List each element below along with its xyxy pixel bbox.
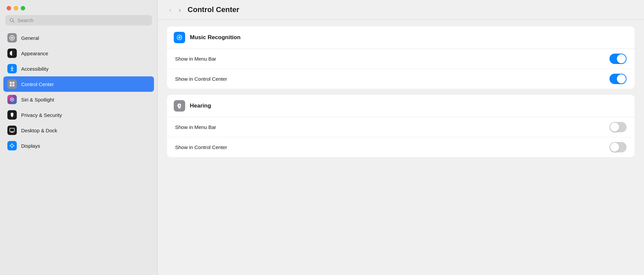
hearing-control-center-label: Show in Control Center [175,144,227,150]
svg-line-13 [12,70,13,71]
content-scroll: Music Recognition Show in Menu Bar Show … [158,20,644,275]
music-menu-bar-toggle[interactable] [609,54,627,64]
toggle-knob [610,143,619,152]
topbar: ‹ › Control Center [158,0,644,20]
sidebar-item-label-displays: Displays [21,143,40,149]
sidebar-item-label-desktop: Desktop & Dock [21,128,57,133]
main-content: ‹ › Control Center Music Recognition Sho… [158,0,644,275]
svg-rect-16 [10,84,12,86]
sidebar-item-label-accessibility: Accessibility [21,66,49,72]
music-control-center-label: Show in Control Center [175,76,227,82]
general-icon [7,33,17,43]
appearance-icon [7,49,17,58]
music-recognition-section: Music Recognition Show in Menu Bar Show … [167,26,635,89]
desktop-icon [7,126,17,135]
svg-point-9 [12,66,13,67]
search-icon [9,18,15,23]
section-header-music: Music Recognition [167,26,635,49]
search-bar[interactable]: Search [5,15,152,25]
svg-rect-14 [10,82,12,84]
sidebar-item-general[interactable]: General [3,30,154,46]
displays-icon [7,141,17,150]
svg-point-3 [11,37,13,39]
forward-button[interactable]: › [177,6,183,14]
sidebar-item-accessibility[interactable]: Accessibility [3,61,154,76]
music-recognition-icon [174,32,185,43]
svg-rect-15 [12,82,14,84]
svg-rect-17 [12,84,14,86]
sidebar-item-label-siri: Siri & Spotlight [21,97,54,102]
svg-point-30 [178,37,180,39]
sidebar-item-label-control-center: Control Center [21,81,54,87]
hearing-icon [174,100,185,112]
titlebar [0,0,157,15]
control-center-icon [7,79,17,89]
accessibility-icon [7,64,17,73]
search-placeholder: Search [17,17,34,23]
sidebar-item-label-privacy: Privacy & Security [21,112,62,118]
music-control-center-row: Show in Control Center [167,69,635,89]
maximize-button[interactable] [21,6,25,10]
sidebar-item-siri[interactable]: Siri & Spotlight [3,92,154,107]
music-menu-bar-label: Show in Menu Bar [175,56,216,62]
hearing-title: Hearing [190,102,211,109]
hearing-control-center-toggle[interactable] [609,142,627,152]
hearing-menu-bar-label: Show in Menu Bar [175,124,216,130]
hearing-menu-bar-toggle[interactable] [609,122,627,132]
sidebar-item-appearance[interactable]: Appearance [3,46,154,61]
svg-line-1 [13,21,14,22]
traffic-lights [7,6,25,10]
sidebar-item-control-center[interactable]: Control Center [3,76,154,92]
back-button[interactable]: ‹ [167,6,173,14]
sidebar-item-privacy[interactable]: Privacy & Security [3,107,154,123]
sidebar-item-displays[interactable]: Displays [3,138,154,153]
music-control-center-toggle[interactable] [609,74,627,84]
hearing-menu-bar-row: Show in Menu Bar [167,117,635,137]
sidebar-item-desktop[interactable]: Desktop & Dock [3,123,154,138]
music-recognition-title: Music Recognition [190,34,240,41]
sidebar-item-label-appearance: Appearance [21,51,48,56]
hearing-section: Hearing Show in Menu Bar Show in Control… [167,95,635,157]
hearing-control-center-row: Show in Control Center [167,137,635,157]
minimize-button[interactable] [14,6,18,10]
close-button[interactable] [7,6,11,10]
svg-point-31 [179,105,180,106]
siri-icon [7,95,17,104]
sidebar: Search General [0,0,158,275]
svg-point-23 [11,144,13,147]
toggle-knob [617,74,626,83]
svg-rect-20 [10,128,14,132]
sidebar-item-label-general: General [21,35,39,41]
sidebar-items: General Appearance Access [0,29,157,275]
section-header-hearing: Hearing [167,95,635,117]
privacy-icon [7,110,17,120]
page-title: Control Center [187,5,239,14]
svg-point-19 [11,99,13,100]
toggle-knob [610,123,619,132]
music-menu-bar-row: Show in Menu Bar [167,49,635,69]
toggle-knob [617,54,626,63]
